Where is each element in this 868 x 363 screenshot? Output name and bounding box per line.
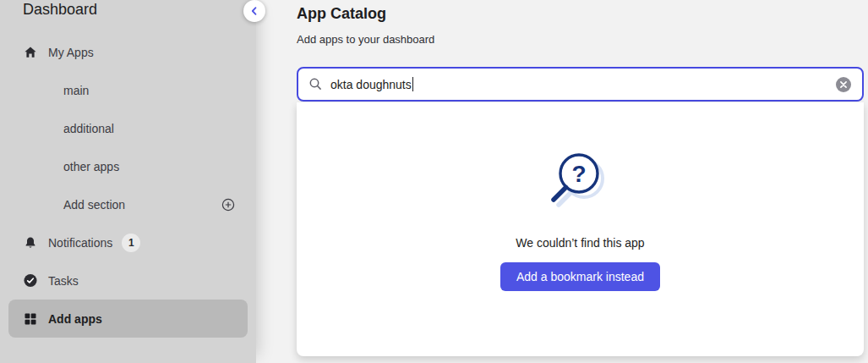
sidebar-collapse-button[interactable]	[243, 0, 265, 22]
svg-text:?: ?	[571, 161, 586, 187]
check-circle-icon	[24, 274, 37, 288]
sidebar-item-label: My Apps	[48, 46, 94, 59]
add-bookmark-button[interactable]: Add a bookmark instead	[500, 262, 660, 291]
clear-search-button[interactable]	[835, 76, 852, 93]
sidebar-item-additional[interactable]: additional	[8, 109, 248, 147]
page-title: App Catalog	[297, 5, 386, 23]
bell-icon	[24, 236, 37, 250]
sidebar-nav: My Apps main additional other apps Add s…	[0, 33, 256, 338]
text-cursor	[412, 77, 413, 91]
sidebar-item-my-apps[interactable]: My Apps	[8, 33, 248, 71]
sidebar-item-main[interactable]: main	[8, 71, 248, 109]
sidebar-item-other-apps[interactable]: other apps	[8, 147, 248, 185]
sidebar-item-label: Add apps	[48, 312, 102, 326]
sidebar-title: Dashboard	[23, 0, 97, 20]
app-search-input[interactable]: okta doughnuts	[297, 67, 864, 102]
x-circle-icon	[835, 76, 852, 93]
sidebar: Dashboard My Apps main additional other …	[0, 0, 256, 363]
magnifier-question-icon: ?	[545, 150, 616, 221]
empty-state-message: We couldn’t find this app	[516, 236, 644, 250]
search-icon	[308, 77, 323, 91]
sidebar-item-tasks[interactable]: Tasks	[8, 261, 248, 300]
search-results-dropdown: ? We couldn’t find this app Add a bookma…	[297, 102, 864, 356]
sidebar-item-label: additional	[63, 122, 114, 135]
sidebar-item-label: Add section	[63, 198, 125, 212]
sidebar-item-label: Tasks	[48, 274, 79, 288]
page-subtitle: Add apps to your dashboard	[297, 33, 434, 46]
sidebar-item-label: Notifications	[48, 236, 112, 250]
sidebar-item-add-apps[interactable]: Add apps	[8, 300, 248, 338]
grid-icon	[24, 312, 37, 326]
sidebar-item-label: other apps	[63, 160, 119, 173]
chevron-left-icon	[249, 6, 259, 16]
search-input-value: okta doughnuts	[330, 78, 412, 91]
sidebar-item-add-section[interactable]: Add section	[8, 185, 248, 223]
sidebar-item-label: main	[63, 84, 89, 97]
home-icon	[24, 46, 37, 59]
app-catalog-panel: App Catalog Add apps to your dashboard o…	[256, 0, 868, 363]
notifications-count-badge: 1	[122, 234, 140, 252]
sidebar-item-notifications[interactable]: Notifications 1	[8, 223, 248, 261]
plus-circle-icon[interactable]	[221, 198, 235, 212]
